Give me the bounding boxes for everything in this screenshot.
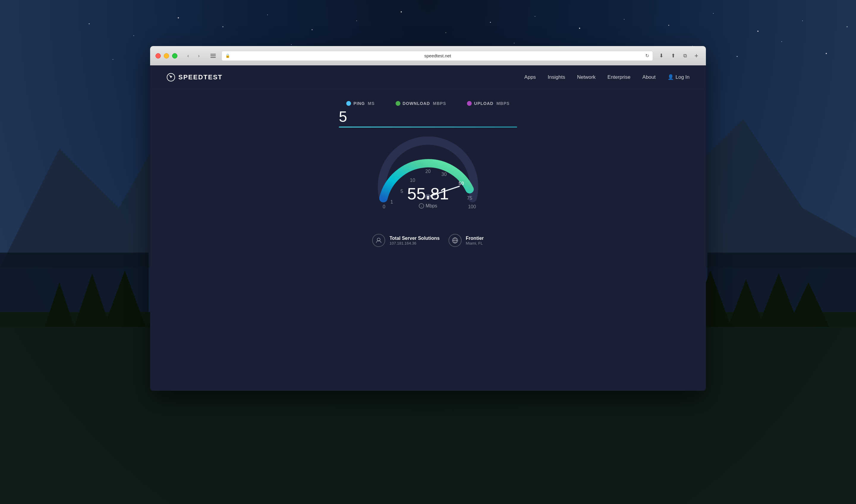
logo-text: SPEEDTEST: [178, 73, 222, 81]
isp-icon: [448, 234, 462, 247]
svg-point-6: [312, 30, 313, 30]
gauge-container: 0 1 5 10 20 30 50 75: [369, 130, 487, 225]
svg-point-16: [757, 31, 759, 32]
svg-point-5: [267, 15, 268, 15]
svg-point-11: [535, 16, 535, 17]
download-indicator: [396, 101, 400, 106]
ping-section: 5: [339, 109, 517, 127]
url-display: speedtest.net: [232, 53, 643, 58]
unit-label: Mbps: [426, 203, 437, 209]
svg-text:0: 0: [383, 204, 386, 209]
metric-ping: PING ms: [346, 101, 374, 106]
traffic-lights: [156, 53, 177, 58]
svg-point-13: [624, 19, 624, 20]
metrics-row: PING ms DOWNLOAD Mbps UPLOAD Mbps: [346, 101, 510, 106]
speed-value: 55.81: [407, 185, 449, 202]
svg-point-19: [113, 59, 113, 60]
host-name: Total Server Solutions: [389, 236, 440, 241]
svg-text:100: 100: [468, 204, 476, 209]
address-bar[interactable]: 🔒 speedtest.net ↻: [221, 51, 653, 61]
svg-rect-51: [211, 57, 216, 58]
browser-nav-buttons: ‹ ›: [183, 52, 203, 59]
download-button[interactable]: ⬇: [657, 51, 666, 60]
metric-download: DOWNLOAD Mbps: [396, 101, 446, 106]
svg-point-18: [847, 26, 848, 27]
svg-text:5: 5: [401, 189, 403, 194]
logo-area: SPEEDTEST: [166, 73, 222, 82]
share-button[interactable]: ⬆: [668, 51, 678, 60]
svg-rect-50: [211, 55, 216, 56]
isp-details: Frontier Miami, FL: [466, 236, 484, 246]
app-nav: SPEEDTEST Apps Insights Network Enterpri…: [150, 65, 706, 89]
svg-point-7: [356, 20, 357, 21]
nav-about[interactable]: About: [642, 74, 655, 80]
host-ip: 107.181.164.36: [389, 241, 440, 246]
speedtest-app: SPEEDTEST Apps Insights Network Enterpri…: [150, 65, 706, 391]
upload-indicator: [467, 101, 472, 106]
nav-enterprise[interactable]: Enterprise: [607, 74, 630, 80]
nav-links: Apps Insights Network Enterprise About 👤…: [524, 74, 690, 80]
metric-upload: UPLOAD Mbps: [467, 101, 510, 106]
svg-point-28: [514, 43, 515, 43]
add-tab-button[interactable]: +: [692, 52, 700, 60]
svg-point-14: [668, 25, 669, 26]
speed-display: 55.81 ↓ Mbps: [407, 185, 449, 209]
reload-button[interactable]: ↻: [645, 53, 649, 58]
isp-location: Miami, FL: [466, 241, 484, 246]
svg-point-15: [713, 13, 714, 14]
svg-point-4: [222, 26, 224, 27]
ping-value: 5: [339, 109, 517, 124]
server-info: Total Server Solutions 107.181.164.36: [372, 234, 484, 247]
progress-line: [339, 127, 517, 127]
svg-text:10: 10: [410, 178, 415, 183]
download-unit: Mbps: [433, 101, 446, 106]
svg-point-12: [579, 28, 580, 29]
user-icon: 👤: [667, 74, 674, 80]
speed-unit: ↓ Mbps: [407, 203, 449, 209]
svg-text:75: 75: [467, 196, 472, 201]
download-label: DOWNLOAD: [403, 101, 430, 106]
svg-point-17: [802, 20, 803, 21]
svg-point-53: [170, 77, 172, 78]
svg-point-10: [490, 22, 491, 23]
svg-text:30: 30: [441, 172, 447, 177]
svg-point-34: [781, 41, 782, 42]
new-tab-button[interactable]: ⧉: [680, 51, 690, 60]
upload-label: UPLOAD: [474, 101, 493, 106]
nav-insights[interactable]: Insights: [548, 74, 565, 80]
browser-toolbar: ‹ › 🔒 speedtest.net ↻ ⬇ ⬆ ⧉ +: [150, 46, 706, 65]
svg-point-8: [401, 11, 402, 13]
svg-point-23: [291, 44, 291, 45]
svg-point-33: [737, 56, 738, 57]
ping-indicator: [346, 101, 351, 106]
nav-network[interactable]: Network: [577, 74, 595, 80]
back-button[interactable]: ‹: [183, 52, 193, 59]
logo-icon: [166, 73, 175, 82]
upload-unit: Mbps: [496, 101, 510, 106]
nav-apps[interactable]: Apps: [524, 74, 536, 80]
close-button[interactable]: [156, 53, 161, 58]
login-label: Log In: [676, 74, 690, 80]
svg-point-3: [178, 17, 179, 18]
browser-actions: ⬇ ⬆ ⧉ +: [657, 51, 700, 60]
svg-text:50: 50: [459, 181, 464, 186]
svg-point-2: [133, 35, 134, 36]
login-link[interactable]: 👤 Log In: [667, 74, 690, 80]
host-details: Total Server Solutions 107.181.164.36: [389, 236, 440, 246]
svg-text:20: 20: [425, 169, 431, 174]
isp-name: Frontier: [466, 236, 484, 241]
svg-point-35: [826, 53, 827, 54]
ping-unit: ms: [368, 101, 375, 106]
browser-content: SPEEDTEST Apps Insights Network Enterpri…: [150, 65, 706, 391]
minimize-button[interactable]: [164, 53, 169, 58]
isp-server-item: Frontier Miami, FL: [448, 234, 484, 247]
svg-point-9: [446, 32, 446, 33]
browser-window: ‹ › 🔒 speedtest.net ↻ ⬇ ⬆ ⧉ +: [150, 46, 706, 391]
forward-button[interactable]: ›: [194, 52, 203, 59]
maximize-button[interactable]: [172, 53, 177, 58]
svg-point-1: [89, 23, 90, 24]
svg-rect-49: [211, 54, 216, 55]
unit-icon: ↓: [419, 203, 424, 209]
sidebar-button[interactable]: [208, 52, 218, 59]
svg-text:1: 1: [391, 199, 393, 204]
